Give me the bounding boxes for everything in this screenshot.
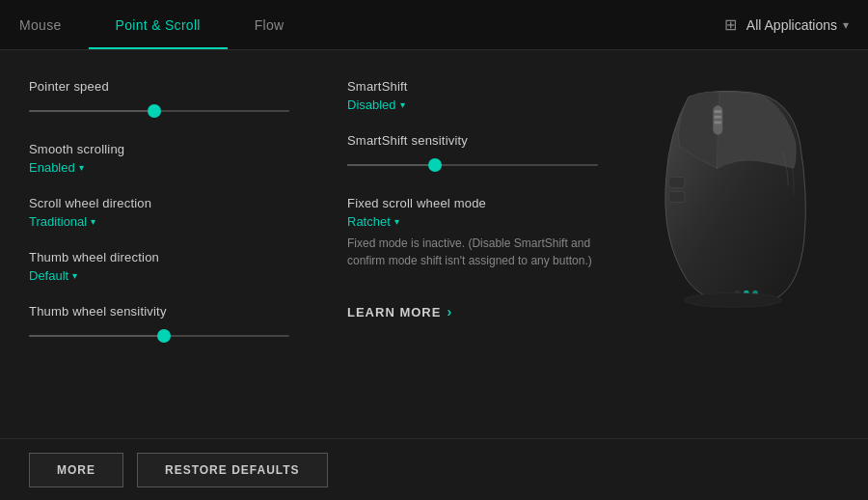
svg-rect-4 xyxy=(669,178,686,188)
svg-point-9 xyxy=(684,293,782,308)
tab-point-scroll[interactable]: Point & Scroll xyxy=(89,0,228,49)
scroll-wheel-direction-value[interactable]: Traditional ▾ xyxy=(29,214,289,229)
smooth-scrolling-value[interactable]: Enabled ▾ xyxy=(29,160,289,175)
smartshift-sensitivity-track xyxy=(347,164,598,166)
pointer-speed-block: Pointer speed xyxy=(29,79,289,121)
mouse-svg xyxy=(637,79,829,311)
smartshift-sensitivity-fill xyxy=(347,164,435,166)
main-content: Pointer speed Smooth scrolling Enabled ▾… xyxy=(0,50,868,438)
scroll-wheel-direction-block: Scroll wheel direction Traditional ▾ xyxy=(29,196,289,229)
fixed-scroll-info: Fixed mode is inactive. (Disable SmartSh… xyxy=(347,235,617,269)
app-selector[interactable]: All Applications ▾ xyxy=(746,17,849,33)
scroll-wheel-direction-chevron-icon: ▾ xyxy=(91,216,95,227)
thumb-wheel-direction-chevron-icon: ▾ xyxy=(72,270,77,281)
smartshift-sensitivity-thumb[interactable] xyxy=(428,158,442,172)
header-right: ⊞ All Applications ▾ xyxy=(724,15,849,34)
scroll-wheel-direction-label: Scroll wheel direction xyxy=(29,196,289,210)
grid-icon: ⊞ xyxy=(724,15,737,34)
thumb-wheel-sensitivity-label: Thumb wheel sensitivity xyxy=(29,304,289,319)
tab-flow[interactable]: Flow xyxy=(228,0,312,49)
thumb-wheel-sensitivity-fill xyxy=(29,335,164,337)
thumb-wheel-sensitivity-block: Thumb wheel sensitivity xyxy=(29,304,289,346)
left-column: Pointer speed Smooth scrolling Enabled ▾… xyxy=(29,79,289,438)
svg-rect-5 xyxy=(669,191,686,202)
svg-rect-0 xyxy=(714,106,722,135)
pointer-speed-label: Pointer speed xyxy=(29,79,289,94)
pointer-speed-slider[interactable] xyxy=(29,101,289,121)
app-selector-chevron-icon: ▾ xyxy=(843,18,849,32)
header: Mouse Point & Scroll Flow ⊞ All Applicat… xyxy=(0,0,868,50)
smooth-scrolling-block: Smooth scrolling Enabled ▾ xyxy=(29,142,289,175)
thumb-wheel-sensitivity-thumb[interactable] xyxy=(157,329,171,343)
mouse-image xyxy=(608,60,858,330)
pointer-speed-track xyxy=(29,110,289,112)
svg-rect-2 xyxy=(715,116,721,119)
more-button[interactable]: MORE xyxy=(29,453,123,487)
footer: MORE RESTORE DEFAULTS xyxy=(0,438,868,500)
thumb-wheel-sensitivity-slider[interactable] xyxy=(29,326,289,346)
thumb-wheel-direction-block: Thumb wheel direction Default ▾ xyxy=(29,250,289,283)
right-column: SmartShift Disabled ▾ SmartShift sensiti… xyxy=(347,79,839,438)
smooth-scrolling-label: Smooth scrolling xyxy=(29,142,289,156)
svg-rect-3 xyxy=(715,121,721,124)
smooth-scrolling-chevron-icon: ▾ xyxy=(79,162,84,173)
tab-bar: Mouse Point & Scroll Flow xyxy=(19,0,724,49)
smartshift-chevron-icon: ▾ xyxy=(400,99,405,110)
pointer-speed-thumb[interactable] xyxy=(148,104,161,118)
svg-rect-1 xyxy=(715,110,721,113)
learn-more-arrow-icon: › xyxy=(447,304,452,319)
fixed-scroll-chevron-icon: ▾ xyxy=(394,216,399,227)
restore-defaults-button[interactable]: RESTORE DEFAULTS xyxy=(137,453,328,487)
pointer-speed-fill xyxy=(29,110,154,112)
tab-mouse[interactable]: Mouse xyxy=(19,0,89,49)
thumb-wheel-direction-label: Thumb wheel direction xyxy=(29,250,289,264)
thumb-wheel-sensitivity-track xyxy=(29,335,289,337)
thumb-wheel-direction-value[interactable]: Default ▾ xyxy=(29,268,289,283)
